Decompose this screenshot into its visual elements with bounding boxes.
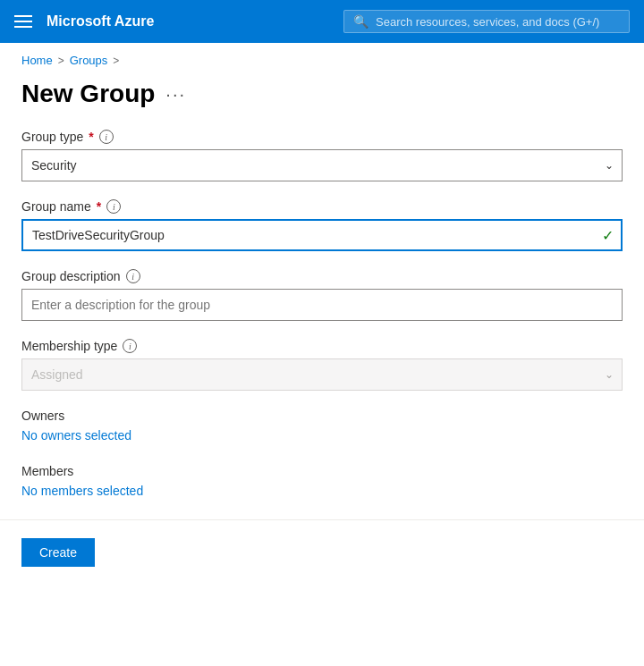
page-title: New Group <box>21 80 155 108</box>
top-navigation: Microsoft Azure 🔍 Search resources, serv… <box>0 0 644 43</box>
breadcrumb-home[interactable]: Home <box>21 54 53 67</box>
membership-type-select: Assigned <box>21 358 623 391</box>
membership-type-label-text: Membership type <box>21 339 117 353</box>
group-type-label-text: Group type <box>21 130 83 144</box>
breadcrumb-sep-1: > <box>58 55 64 67</box>
breadcrumb: Home > Groups > <box>0 43 644 72</box>
group-name-input-wrapper: ✓ <box>21 219 623 251</box>
group-name-label: Group name * i <box>21 199 623 214</box>
members-section: Members No members selected <box>21 464 623 502</box>
group-description-label: Group description i <box>21 269 623 283</box>
group-type-select[interactable]: Security Microsoft 365 <box>21 149 623 181</box>
group-type-label: Group type * i <box>21 130 623 144</box>
group-name-input[interactable] <box>21 219 623 251</box>
new-group-form: Group type * i Security Microsoft 365 ⌄ … <box>0 130 644 502</box>
group-name-info-icon[interactable]: i <box>106 199 121 214</box>
group-description-info-icon[interactable]: i <box>126 269 140 283</box>
search-bar[interactable]: 🔍 Search resources, services, and docs (… <box>343 10 630 33</box>
group-name-check-icon: ✓ <box>602 227 614 244</box>
membership-type-select-wrapper: Assigned ⌄ <box>21 358 623 391</box>
form-divider <box>0 519 644 520</box>
group-name-required: * <box>97 199 101 214</box>
membership-type-field: Membership type i Assigned ⌄ <box>21 339 623 391</box>
more-options-button[interactable]: ··· <box>165 84 186 105</box>
members-link[interactable]: No members selected <box>21 484 143 498</box>
group-type-field: Group type * i Security Microsoft 365 ⌄ <box>21 130 623 181</box>
breadcrumb-sep-2: > <box>113 55 119 67</box>
group-type-select-wrapper: Security Microsoft 365 ⌄ <box>21 149 623 181</box>
owners-label: Owners <box>21 409 623 423</box>
page-header: New Group ··· <box>0 72 644 130</box>
search-placeholder-text: Search resources, services, and docs (G+… <box>376 15 599 29</box>
members-label: Members <box>21 464 623 478</box>
group-name-label-text: Group name <box>21 199 91 214</box>
group-type-required: * <box>89 130 93 144</box>
owners-section: Owners No owners selected <box>21 409 623 446</box>
membership-type-info-icon[interactable]: i <box>123 339 137 353</box>
owners-link[interactable]: No owners selected <box>21 428 131 443</box>
membership-type-label: Membership type i <box>21 339 623 353</box>
breadcrumb-groups[interactable]: Groups <box>70 54 108 67</box>
group-description-label-text: Group description <box>21 269 121 283</box>
group-description-field: Group description i <box>21 269 623 321</box>
app-title: Microsoft Azure <box>47 13 154 30</box>
search-icon: 🔍 <box>353 14 369 29</box>
group-description-input[interactable] <box>21 289 623 321</box>
hamburger-menu-icon[interactable] <box>14 15 32 28</box>
group-name-field: Group name * i ✓ <box>21 199 623 251</box>
group-type-info-icon[interactable]: i <box>99 130 114 144</box>
create-button[interactable]: Create <box>21 538 95 567</box>
